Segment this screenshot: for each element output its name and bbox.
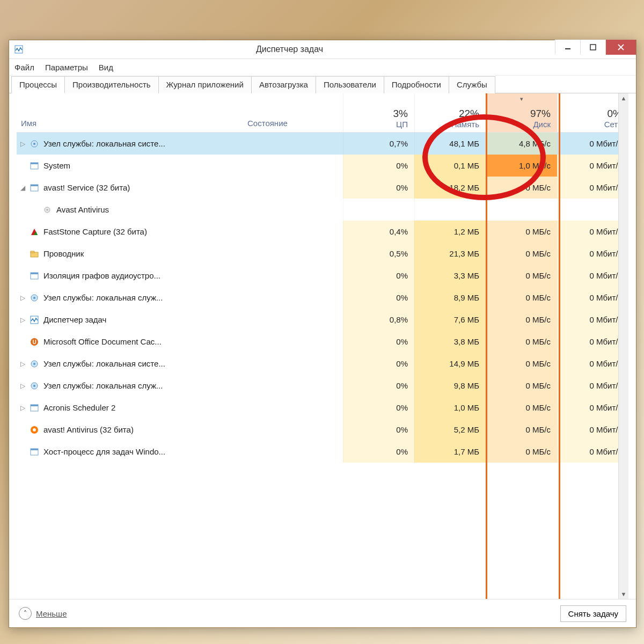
fewer-label: Меньше [36, 609, 67, 618]
process-grid: Имя Состояние 3% ЦП 22% Память ▾ 97% Дис… [17, 93, 628, 599]
fewer-details[interactable]: ˄ Меньше [19, 607, 67, 620]
process-icon [28, 270, 40, 281]
col-memory[interactable]: 22% Память [414, 93, 486, 132]
tab-performance[interactable]: Производительность [64, 76, 159, 93]
expand-icon[interactable]: ▷ [17, 360, 28, 368]
col-disk[interactable]: ▾ 97% Диск [486, 93, 557, 132]
process-icon [28, 425, 40, 435]
process-name: Узел службы: локальная систе... [43, 359, 237, 368]
menu-file[interactable]: Файл [14, 63, 34, 72]
table-row[interactable]: Изоляция графов аудиоустро...0%3,3 МБ0 М… [17, 265, 628, 287]
tab-startup[interactable]: Автозагрузка [251, 76, 316, 93]
cell-disk: 0 МБ/с [486, 375, 557, 397]
cell-cpu: 0% [343, 287, 414, 309]
table-row[interactable]: ▷Acronis Scheduler 20%1,0 МБ0 МБ/с0 Мбит… [17, 397, 628, 419]
cell-disk: 0 МБ/с [486, 221, 557, 243]
tab-app-history[interactable]: Журнал приложений [158, 76, 252, 93]
menu-options[interactable]: Параметры [45, 63, 88, 72]
minimize-button[interactable] [555, 40, 580, 55]
window-title: Диспетчер задач [24, 45, 555, 54]
cpu-label: ЦП [396, 120, 408, 129]
scrollbar[interactable]: ▲ ▼ [618, 93, 628, 599]
col-status[interactable]: Состояние [243, 93, 343, 132]
table-row[interactable]: ◢avast! Service (32 бита)0%18,2 МБ0 МБ/с… [17, 177, 628, 199]
table-row[interactable]: avast! Antivirus (32 бита)0%5,2 МБ0 МБ/с… [17, 419, 628, 441]
svg-rect-16 [31, 251, 34, 253]
expand-icon[interactable]: ▷ [17, 404, 28, 412]
cell-memory: 14,9 МБ [414, 353, 486, 375]
cell-disk: 0 МБ/с [486, 419, 557, 441]
expand-icon[interactable]: ▷ [17, 140, 28, 148]
svg-point-27 [33, 385, 35, 387]
scroll-up-icon[interactable]: ▲ [619, 93, 628, 103]
maximize-button[interactable] [580, 40, 605, 55]
table-row[interactable]: ▷Узел службы: локальная служ...0%8,9 МБ0… [17, 287, 628, 309]
cell-disk: 0 МБ/с [486, 397, 557, 419]
tab-services[interactable]: Службы [449, 76, 495, 93]
app-icon [13, 44, 24, 55]
process-name: Microsoft Office Document Cac... [43, 337, 237, 346]
cell-cpu: 0% [343, 397, 414, 419]
cell-memory: 0,1 МБ [414, 155, 486, 177]
table-row[interactable]: UMicrosoft Office Document Cac...0%3,8 М… [17, 331, 628, 353]
expand-icon[interactable]: ▷ [17, 316, 28, 324]
table-row[interactable]: Avast Antivirus [17, 199, 628, 221]
process-name: Диспетчер задач [43, 315, 237, 324]
end-task-button[interactable]: Снять задачу [560, 605, 626, 622]
svg-point-31 [33, 428, 36, 431]
scroll-down-icon[interactable]: ▼ [619, 589, 628, 599]
menu-view[interactable]: Вид [99, 63, 113, 72]
expand-icon[interactable]: ◢ [17, 184, 28, 192]
cell-status [237, 353, 343, 375]
table-row[interactable]: ▷Узел службы: локальная систе...0%14,9 М… [17, 353, 628, 375]
cell-status [237, 441, 343, 463]
process-name: Проводник [43, 249, 237, 258]
process-name: Acronis Scheduler 2 [43, 403, 237, 412]
svg-rect-2 [590, 45, 596, 50]
table-row[interactable]: ▷Диспетчер задач0,8%7,6 МБ0 МБ/с0 Мбит/с [17, 309, 628, 331]
process-icon [28, 138, 40, 149]
cell-cpu: 0% [343, 353, 414, 375]
col-cpu[interactable]: 3% ЦП [343, 93, 414, 132]
cell-status [237, 375, 343, 397]
table-row[interactable]: ▷Узел службы: локальная служ...0%9,8 МБ0… [17, 375, 628, 397]
expand-icon[interactable]: ▷ [17, 294, 28, 302]
titlebar: Диспетчер задач [9, 40, 636, 59]
close-button[interactable] [605, 40, 636, 55]
cell-cpu: 0% [343, 419, 414, 441]
content: Имя Состояние 3% ЦП 22% Память ▾ 97% Дис… [9, 93, 636, 627]
cell-status [237, 133, 343, 155]
process-name: Хост-процесс для задач Windo... [43, 447, 237, 456]
table-row[interactable]: Проводник0,5%21,3 МБ0 МБ/с0 Мбит/с [17, 243, 628, 265]
cell-disk: 1,0 МБ/с [486, 155, 557, 177]
cell-status [237, 265, 343, 287]
tab-processes[interactable]: Процессы [11, 76, 65, 93]
cell-disk: 0 МБ/с [486, 353, 557, 375]
cell-memory: 9,8 МБ [414, 375, 486, 397]
tab-users[interactable]: Пользователи [316, 76, 384, 93]
expand-icon[interactable]: ▷ [17, 382, 28, 390]
col-name[interactable]: Имя [17, 93, 243, 132]
process-icon [28, 402, 40, 413]
table-row[interactable]: System0%0,1 МБ1,0 МБ/с0 Мбит/с [17, 155, 628, 177]
process-icon [28, 447, 40, 457]
menubar: Файл Параметры Вид [9, 59, 636, 76]
svg-point-6 [33, 143, 35, 145]
table-row[interactable]: Хост-процесс для задач Windo...0%1,7 МБ0… [17, 441, 628, 463]
table-row[interactable]: ▷Узел службы: локальная систе...0,7%48,1… [17, 133, 628, 155]
cell-status [237, 331, 343, 353]
cell-cpu: 0,4% [343, 221, 414, 243]
cell-memory: 1,7 МБ [414, 441, 486, 463]
cell-memory [414, 199, 486, 221]
window-controls [555, 40, 636, 58]
cell-memory: 48,1 МБ [414, 133, 486, 155]
cell-disk: 0 МБ/с [486, 265, 557, 287]
process-name: Avast Antivirus [56, 205, 237, 214]
tab-details[interactable]: Подробности [384, 76, 449, 93]
table-row[interactable]: FastStone Capture (32 бита)0,4%1,2 МБ0 М… [17, 221, 628, 243]
cell-status [237, 221, 343, 243]
svg-rect-29 [31, 405, 38, 406]
process-name: avast! Service (32 бита) [43, 183, 237, 192]
svg-rect-10 [31, 185, 38, 186]
process-name: Узел службы: локальная служ... [43, 293, 237, 302]
